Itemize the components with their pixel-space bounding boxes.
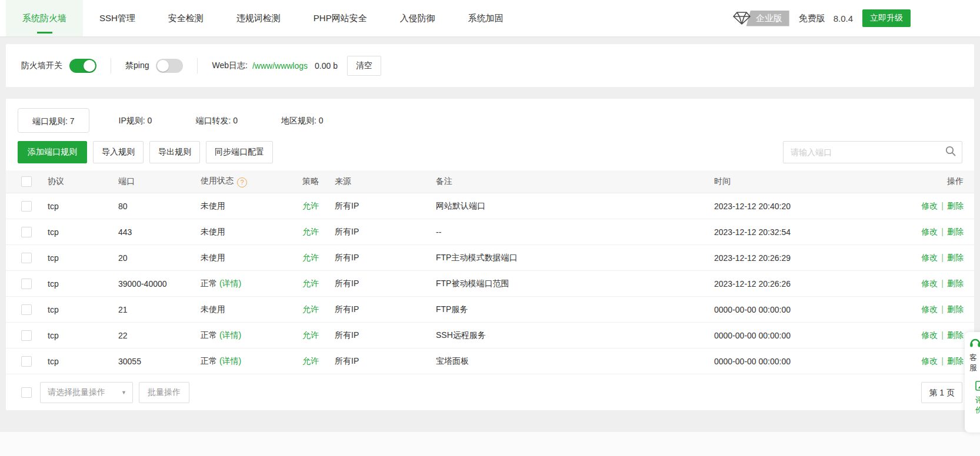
table-row: tcp 80 未使用 允许 所有IP 网站默认端口 2023-12-12 20:… <box>6 193 974 219</box>
tab-system-firewall[interactable]: 系统防火墙 <box>6 0 83 36</box>
cell-protocol: tcp <box>47 323 118 348</box>
tab-ip-rules[interactable]: IP规则: 0 <box>105 108 166 133</box>
status-help-icon[interactable]: ? <box>237 177 247 187</box>
modify-link[interactable]: 修改 <box>921 227 938 236</box>
cell-port: 443 <box>118 219 200 245</box>
search-icon[interactable] <box>945 146 956 159</box>
tab-banned-words[interactable]: 违规词检测 <box>220 0 297 36</box>
cell-source: 所有IP <box>334 297 435 323</box>
delete-link[interactable]: 删除 <box>947 356 964 366</box>
tab-security-scan[interactable]: 安全检测 <box>152 0 220 36</box>
cell-note: 网站默认端口 <box>435 193 714 219</box>
header-time: 时间 <box>714 170 882 193</box>
tab-port-rules[interactable]: 端口规则: 7 <box>18 108 89 133</box>
tab-port-forwarding[interactable]: 端口转发: 0 <box>181 108 252 133</box>
delete-link[interactable]: 删除 <box>947 279 964 288</box>
firewall-switch-card: 防火墙开关 禁ping Web日志: /www/wwwlogs 0.00 b 清… <box>6 44 974 87</box>
row-checkbox[interactable] <box>21 279 32 289</box>
tab-system-hardening[interactable]: 系统加固 <box>452 0 520 36</box>
customer-service-item[interactable]: 客服 <box>969 338 980 373</box>
rate-label: 评价 <box>975 395 980 415</box>
cell-time: 2023-12-12 20:32:54 <box>714 219 882 245</box>
select-all-checkbox[interactable] <box>21 176 32 187</box>
cell-port: 80 <box>118 193 200 219</box>
pagination-current-page[interactable]: 第 1 页 <box>921 382 962 403</box>
status-detail-link[interactable]: (详情) <box>217 279 241 288</box>
modify-link[interactable]: 修改 <box>921 330 938 340</box>
footer-checkbox[interactable] <box>21 387 32 398</box>
modify-link[interactable]: 修改 <box>921 356 938 366</box>
rate-item[interactable]: 评价 <box>975 381 980 415</box>
batch-operation-select[interactable]: 请选择批量操作 ▼ <box>40 382 133 403</box>
modify-link[interactable]: 修改 <box>921 279 938 288</box>
tab-ssh-management[interactable]: SSH管理 <box>83 0 152 36</box>
table-row: tcp 22 正常 (详情) 允许 所有IP SSH远程服务 0000-00-0… <box>6 323 974 348</box>
headset-icon <box>969 338 980 348</box>
status-detail-link[interactable]: (详情) <box>217 356 241 366</box>
row-checkbox[interactable] <box>21 227 32 237</box>
tab-region-rules[interactable]: 地区规则: 0 <box>267 108 338 133</box>
rules-card: 端口规则: 7 IP规则: 0 端口转发: 0 地区规则: 0 添加端口规则 导… <box>6 99 974 410</box>
toggle-knob <box>157 60 169 72</box>
add-port-rule-button[interactable]: 添加端口规则 <box>18 141 87 163</box>
cell-source: 所有IP <box>334 245 435 271</box>
ops-separator: | <box>941 304 944 314</box>
nav-right-group: 企业版 免费版 8.0.4 立即升级 <box>732 0 980 36</box>
import-rules-button[interactable]: 导入规则 <box>93 141 144 163</box>
sync-port-config-button[interactable]: 同步端口配置 <box>206 141 273 163</box>
delete-link[interactable]: 删除 <box>947 253 964 262</box>
search-input[interactable] <box>783 141 962 163</box>
table-footer: 请选择批量操作 ▼ 批量操作 第 1 页 <box>6 382 974 403</box>
cell-protocol: tcp <box>47 271 118 297</box>
cell-source: 所有IP <box>334 193 435 219</box>
cell-policy: 允许 <box>302 348 334 374</box>
ping-toggle[interactable] <box>156 59 183 73</box>
cell-port: 39000-40000 <box>118 271 200 297</box>
table-row: tcp 443 未使用 允许 所有IP -- 2023-12-12 20:32:… <box>6 219 974 245</box>
cell-actions: 修改|删除 <box>882 245 974 271</box>
modify-link[interactable]: 修改 <box>921 201 938 210</box>
cell-protocol: tcp <box>47 297 118 323</box>
cell-port: 21 <box>118 297 200 323</box>
cell-time: 0000-00-00 00:00:00 <box>714 297 882 323</box>
cell-actions: 修改|删除 <box>882 348 974 374</box>
cell-source: 所有IP <box>334 348 435 374</box>
clear-log-button[interactable]: 清空 <box>347 56 381 76</box>
row-checkbox[interactable] <box>21 253 32 263</box>
batch-operation-button[interactable]: 批量操作 <box>139 382 189 403</box>
ops-separator: | <box>941 356 944 366</box>
cell-policy: 允许 <box>302 323 334 348</box>
row-checkbox[interactable] <box>21 201 32 212</box>
header-protocol: 协议 <box>47 170 118 193</box>
cell-status: 未使用 <box>200 219 302 245</box>
delete-link[interactable]: 删除 <box>947 201 964 210</box>
ops-separator: | <box>941 279 944 288</box>
cell-status: 正常 (详情) <box>200 323 302 348</box>
search-wrap <box>783 141 962 163</box>
firewall-toggle[interactable] <box>69 59 96 73</box>
export-rules-button[interactable]: 导出规则 <box>149 141 200 163</box>
modify-link[interactable]: 修改 <box>921 304 938 314</box>
upgrade-button[interactable]: 立即升级 <box>862 9 911 27</box>
weblog-path-link[interactable]: /www/wwwlogs <box>252 61 308 71</box>
header-note: 备注 <box>435 170 714 193</box>
delete-link[interactable]: 删除 <box>947 227 964 236</box>
table-row: tcp 20 未使用 允许 所有IP FTP主动模式数据端口 2023-12-1… <box>6 245 974 271</box>
row-checkbox[interactable] <box>21 330 32 341</box>
cell-note: SSH远程服务 <box>435 323 714 348</box>
cell-time: 2023-12-12 20:40:20 <box>714 193 882 219</box>
row-checkbox[interactable] <box>21 304 32 315</box>
delete-link[interactable]: 删除 <box>947 304 964 314</box>
tab-php-site-security[interactable]: PHP网站安全 <box>297 0 384 36</box>
header-actions: 操作 <box>882 170 974 193</box>
status-detail-link[interactable]: (详情) <box>217 330 241 340</box>
delete-link[interactable]: 删除 <box>947 330 964 340</box>
cell-protocol: tcp <box>47 348 118 374</box>
page-background: 系统防火墙 SSH管理 安全检测 违规词检测 PHP网站安全 入侵防御 系统加固… <box>0 0 980 432</box>
weblog-size: 0.00 b <box>315 61 338 71</box>
header-source: 来源 <box>334 170 435 193</box>
enterprise-badge[interactable]: 企业版 <box>746 11 789 26</box>
tab-intrusion-defense[interactable]: 入侵防御 <box>384 0 452 36</box>
modify-link[interactable]: 修改 <box>921 253 938 262</box>
row-checkbox[interactable] <box>21 356 32 367</box>
